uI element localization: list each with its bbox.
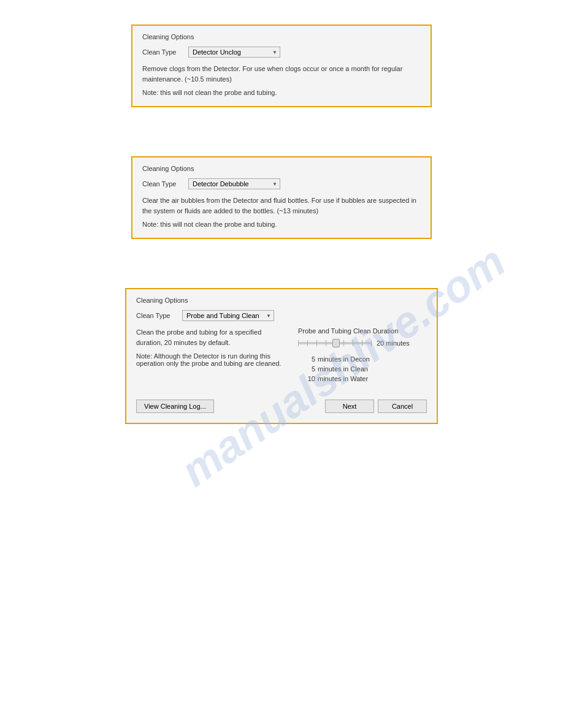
panel2-clean-type-label: Clean Type — [142, 180, 182, 188]
panel3-clean-type-row: Clean Type Detector Unclog Detector Debu… — [136, 310, 427, 321]
panel1-clean-type-label: Clean Type — [142, 48, 182, 56]
panel3-clean-type-label: Clean Type — [136, 312, 176, 319]
panel3-select-wrapper[interactable]: Detector Unclog Detector Debubble Probe … — [182, 310, 274, 321]
panel3-minutes-breakdown: 5 minutes in Decon 5 minutes in Clean 10… — [298, 355, 427, 382]
panel3-note: Note: Although the Detector is run durin… — [136, 352, 286, 367]
panel1-description: Remove clogs from the Detector. For use … — [142, 64, 421, 84]
minutes-water-row: 10 minutes in Water — [304, 375, 427, 382]
panel1-note: Note: this will not clean the probe and … — [142, 89, 421, 96]
panel3-title: Cleaning Options — [136, 297, 427, 304]
panel1-clean-type-row: Clean Type Detector Unclog Detector Debu… — [142, 47, 421, 58]
panel3-btn-group: Next Cancel — [325, 400, 427, 413]
panel2-description: Clear the air bubbles from the Detector … — [142, 195, 421, 216]
panel3-content: Clean the probe and tubing for a specifi… — [136, 327, 427, 382]
panels-container: Cleaning Options Clean Type Detector Unc… — [0, 0, 563, 498]
minutes-clean-row: 5 minutes in Clean — [304, 365, 427, 373]
panel2-clean-type-row: Clean Type Detector Unclog Detector Debu… — [142, 178, 421, 189]
panel2-select-wrapper[interactable]: Detector Unclog Detector Debubble Probe … — [188, 178, 280, 189]
tick-6 — [343, 340, 344, 346]
minutes-decon-num: 5 — [304, 355, 315, 363]
minutes-clean-label: minutes in Clean — [318, 365, 368, 373]
panel2-note: Note: this will not clean the probe and … — [142, 221, 421, 228]
panel3-description: Clean the probe and tubing for a specifi… — [136, 327, 286, 347]
tick-3 — [316, 340, 317, 346]
panel1-clean-type-select[interactable]: Detector Unclog Detector Debubble Probe … — [188, 47, 280, 58]
panel1: Cleaning Options Clean Type Detector Unc… — [131, 25, 432, 107]
panel3: Cleaning Options Clean Type Detector Unc… — [125, 288, 438, 424]
tick-7 — [353, 340, 353, 346]
panel3-slider-track[interactable] — [298, 342, 372, 344]
minutes-water-num: 10 — [304, 375, 315, 382]
panel3-slider-thumb[interactable] — [332, 339, 340, 347]
next-button[interactable]: Next — [325, 400, 374, 413]
panel1-select-wrapper[interactable]: Detector Unclog Detector Debubble Probe … — [188, 47, 280, 58]
tick-1 — [298, 340, 299, 346]
panel2-title: Cleaning Options — [142, 165, 421, 172]
panel3-slider-row: 20 minutes — [298, 339, 427, 347]
panel1-title: Cleaning Options — [142, 33, 421, 40]
panel3-right: Probe and Tubing Clean Duration — [298, 327, 427, 382]
panel3-footer: View Cleaning Log... Next Cancel — [136, 395, 427, 413]
minutes-decon-label: minutes in Decon — [318, 355, 370, 363]
minutes-clean-num: 5 — [304, 365, 315, 373]
panel3-duration-title: Probe and Tubing Clean Duration — [298, 327, 427, 335]
panel2: Cleaning Options Clean Type Detector Unc… — [131, 156, 432, 239]
minutes-water-label: minutes in Water — [318, 375, 368, 382]
panel3-slider-value: 20 minutes — [377, 339, 410, 347]
panel2-clean-type-select[interactable]: Detector Unclog Detector Debubble Probe … — [188, 178, 280, 189]
panel3-left: Clean the probe and tubing for a specifi… — [136, 327, 286, 382]
minutes-decon-row: 5 minutes in Decon — [304, 355, 427, 363]
panel3-clean-type-select[interactable]: Detector Unclog Detector Debubble Probe … — [182, 310, 274, 321]
tick-2 — [307, 340, 308, 346]
tick-9 — [371, 340, 372, 346]
tick-8 — [362, 340, 362, 346]
tick-4 — [326, 340, 326, 346]
view-cleaning-log-button[interactable]: View Cleaning Log... — [136, 400, 214, 413]
cancel-button[interactable]: Cancel — [378, 400, 427, 413]
